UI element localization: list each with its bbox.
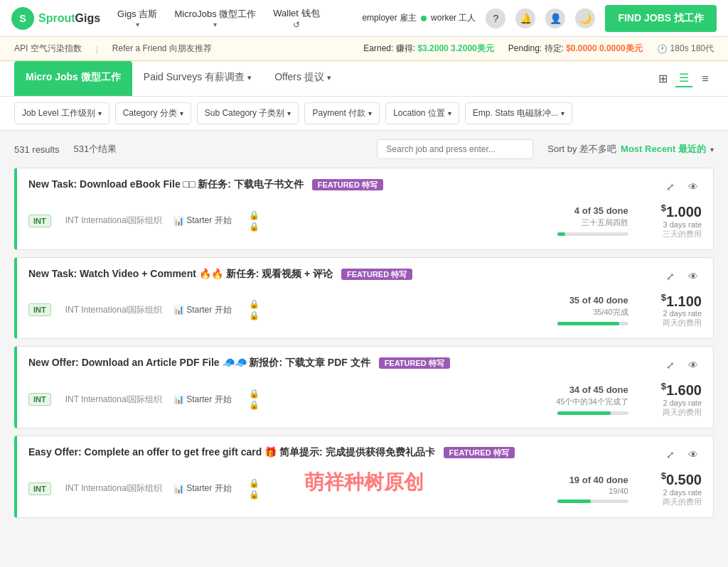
sort-value[interactable]: Most Recent 最近的 xyxy=(621,143,706,156)
job-price: $0.500 2 days rate 两天的费用 xyxy=(661,470,702,507)
wallet-icon: ↺ xyxy=(293,20,300,30)
results-count-zh: 531个结果 xyxy=(74,143,117,156)
nav-gigs-arrow: ▾ xyxy=(136,21,139,28)
price-rate-zh: 两天的费用 xyxy=(661,497,702,507)
view-compact-icon[interactable]: ≡ xyxy=(697,70,714,87)
progress-bar-fill xyxy=(557,411,611,415)
view-list-icon[interactable]: ☰ xyxy=(675,70,692,87)
job-title: New Task: Watch Video + Comment 🔥🔥 新任务: … xyxy=(28,268,655,281)
featured-badge: FEATURED 特写 xyxy=(379,357,450,369)
search-input[interactable] xyxy=(377,139,533,159)
help-icon[interactable]: ? xyxy=(486,9,505,28)
filter-emp-stats-arrow: ▾ xyxy=(561,109,564,117)
lock-icon-2: 🔒 xyxy=(249,222,259,232)
nav-microjobs[interactable]: MicroJobs 微型工作 ▾ xyxy=(174,8,256,28)
tabs-bar: Micro Jobs 微型工作 Paid Surveys 有薪调查 ▾ Offe… xyxy=(0,61,728,97)
filter-emp-stats[interactable]: Emp. Stats 电磁脉冲... ▾ xyxy=(465,102,572,124)
filter-payment[interactable]: Payment 付款 ▾ xyxy=(304,102,380,124)
tab-offers[interactable]: Offers 提议 ▾ xyxy=(263,61,343,96)
int-badge: INT xyxy=(28,303,51,316)
price-main: $1.600 xyxy=(661,381,702,399)
notification-bar: API 空气污染指数 | Refer a Friend 向朋友推荐 Earned… xyxy=(0,37,728,61)
progress-bar-fill xyxy=(557,500,591,503)
worker-status-dot xyxy=(421,16,427,21)
job-actions: ⤢ 👁 xyxy=(662,268,702,285)
header-right: employer 雇主 worker 工人 ? 🔔 👤 🌙 FIND JOBS … xyxy=(362,5,717,32)
notification-icon[interactable]: 🔔 xyxy=(515,9,535,28)
lock-icon-1: 🔒 xyxy=(249,210,259,220)
tab-paid-surveys[interactable]: Paid Surveys 有薪调查 ▾ xyxy=(132,61,263,96)
job-card-body: INT INT International国际组织 📊 Starter 开始 🔒… xyxy=(28,381,702,418)
sort-arrow[interactable]: ▾ xyxy=(710,146,714,153)
job-stats: 34 of 45 done 45个中的34个完成了 xyxy=(556,384,628,415)
job-level-text: Starter 开始 xyxy=(186,304,231,316)
job-card-body: INT INT International国际组织 📊 Starter 开始 🔒… xyxy=(28,202,702,239)
job-share-icon[interactable]: ⤢ xyxy=(662,268,679,285)
results-count: 531 results xyxy=(14,144,60,155)
job-share-icon[interactable]: ⤢ xyxy=(662,446,679,463)
filter-location-arrow: ▾ xyxy=(448,109,451,117)
notif-divider: | xyxy=(96,44,98,54)
offers-arrow: ▾ xyxy=(327,73,331,82)
paid-surveys-arrow: ▾ xyxy=(247,73,252,82)
done-count: 4 of 35 done xyxy=(574,205,628,216)
filter-payment-arrow: ▾ xyxy=(368,109,372,117)
job-card-header: New Task: Watch Video + Comment 🔥🔥 新任务: … xyxy=(28,268,702,285)
pending-amount: $0.0000 0.0000美元 xyxy=(566,43,642,53)
nav-wallet[interactable]: Wallet 钱包 ↺ xyxy=(273,7,319,30)
logo-text: SproutGigs xyxy=(38,12,100,25)
api-link[interactable]: API 空气污染指数 xyxy=(14,43,82,55)
main-header: S SproutGigs Gigs 吉斯 ▾ MicroJobs 微型工作 ▾ … xyxy=(0,0,728,37)
job-title: New Task: Download eBook File □□ 新任务: 下载… xyxy=(28,178,655,191)
lock-icons: 🔒 🔒 xyxy=(249,299,259,320)
view-toggle-icons: ⊞ ☰ ≡ xyxy=(654,70,714,87)
job-share-icon[interactable]: ⤢ xyxy=(662,357,679,374)
filter-category[interactable]: Category 分类 ▾ xyxy=(115,102,191,124)
job-share-icon[interactable]: ⤢ xyxy=(662,178,679,195)
job-hide-icon[interactable]: 👁 xyxy=(685,357,702,374)
job-stats: 35 of 40 done 35/40完成 xyxy=(557,295,628,325)
job-title: Easy Offer: Complete an offer to get fre… xyxy=(28,446,655,459)
filter-job-level-arrow: ▾ xyxy=(98,109,102,117)
job-card: Easy Offer: Complete an offer to get fre… xyxy=(14,436,714,518)
progress-bar-fill xyxy=(557,322,619,325)
logo[interactable]: S SproutGigs xyxy=(11,7,100,30)
price-rate: 2 days rate xyxy=(661,488,702,497)
job-hide-icon[interactable]: 👁 xyxy=(685,446,702,463)
time-display: 🕐 180s 180代 xyxy=(657,43,714,55)
done-count: 35 of 40 done xyxy=(569,295,628,306)
pending-label: Pending: 待定: $0.0000 0.0000美元 xyxy=(508,43,643,55)
employer-worker-toggle[interactable]: employer 雇主 worker 工人 xyxy=(362,12,476,24)
profile-icon[interactable]: 👤 xyxy=(545,9,565,28)
job-level-text: Starter 开始 xyxy=(186,394,231,406)
nav-gigs[interactable]: Gigs 吉斯 ▾ xyxy=(117,8,157,28)
clock-icon: 🕐 xyxy=(657,44,668,54)
job-level-text: Starter 开始 xyxy=(186,482,231,495)
done-count: 19 of 40 done xyxy=(569,475,628,485)
jobs-list: New Task: Download eBook File □□ 新任务: 下载… xyxy=(0,168,728,539)
find-jobs-button[interactable]: FIND JOBS 找工作 xyxy=(605,5,717,32)
featured-badge: FEATURED 特写 xyxy=(341,269,412,280)
tab-microjobs[interactable]: Micro Jobs 微型工作 xyxy=(14,61,132,96)
job-actions: ⤢ 👁 xyxy=(662,178,702,195)
job-location: INT International国际组织 xyxy=(65,215,163,227)
view-grid-icon[interactable]: ⊞ xyxy=(654,70,671,87)
filter-sub-category[interactable]: Sub Category 子类别 ▾ xyxy=(197,102,299,124)
job-hide-icon[interactable]: 👁 xyxy=(685,178,702,195)
earned-amount: $3.2000 3.2000美元 xyxy=(417,43,493,53)
job-level-text: Starter 开始 xyxy=(186,215,231,227)
featured-badge: FEATURED 特写 xyxy=(444,447,515,458)
theme-toggle-icon[interactable]: 🌙 xyxy=(575,9,595,28)
price-main: $0.500 xyxy=(661,470,702,488)
filter-location[interactable]: Location 位置 ▾ xyxy=(385,102,459,124)
job-card-header: Easy Offer: Complete an offer to get fre… xyxy=(28,446,702,463)
done-count: 34 of 45 done xyxy=(569,384,628,395)
job-location: INT International国际组织 xyxy=(65,394,163,406)
refer-link[interactable]: Refer a Friend 向朋友推荐 xyxy=(112,43,212,55)
job-level-badge: 📊 Starter 开始 xyxy=(173,304,231,316)
job-hide-icon[interactable]: 👁 xyxy=(685,268,702,285)
job-card: New Offer: Download an Article PDF File … xyxy=(14,346,714,428)
progress-bar xyxy=(557,232,628,236)
featured-badge: FEATURED 特写 xyxy=(312,179,383,190)
filter-job-level[interactable]: Job Level 工作级别 ▾ xyxy=(14,102,109,124)
